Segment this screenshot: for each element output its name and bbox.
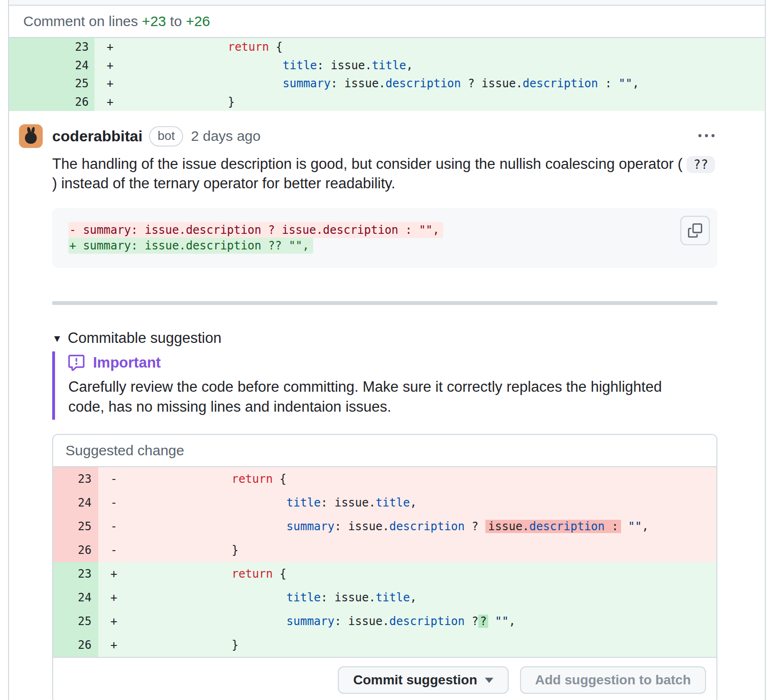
important-callout: Important Carefully review the code befo… bbox=[52, 351, 717, 420]
comment-header: coderabbitai bot 2 days ago bbox=[19, 124, 717, 148]
important-label: Important bbox=[93, 354, 161, 371]
add-suggestion-to-batch-label: Add suggestion to batch bbox=[535, 672, 691, 688]
code-line: return { bbox=[122, 472, 716, 486]
coderabbitai-rabbit-avatar[interactable] bbox=[19, 124, 43, 148]
important-text: Carefully review the code before committ… bbox=[68, 377, 699, 417]
commit-suggestion-button[interactable]: Commit suggestion bbox=[338, 666, 508, 694]
line-number: 26 bbox=[9, 93, 94, 111]
suggestion-snippet-codeblock: - summary: issue.description ? issue.des… bbox=[52, 208, 717, 268]
line-number: 23 bbox=[53, 562, 98, 586]
diff-row: 24 + title: issue.title, bbox=[9, 56, 765, 75]
diff-marker: + bbox=[102, 59, 118, 72]
copy-icon[interactable] bbox=[680, 216, 710, 245]
line-number: 23 bbox=[53, 467, 98, 491]
diff-row: 26 + } bbox=[9, 93, 765, 111]
comment-timestamp[interactable]: 2 days ago bbox=[191, 128, 260, 144]
suggested-change-additions: 23 + return { 24 + title: issue.title, bbox=[53, 562, 716, 657]
snippet-addition-line: + summary: issue.description ?? "", bbox=[68, 238, 701, 254]
diff-marker: - bbox=[106, 543, 122, 557]
code-line: return { bbox=[118, 40, 765, 54]
referenced-diff: 23 + return { 24 + title: issue.title, 2… bbox=[9, 38, 765, 111]
suggested-change-deletions: 23 - return { 24 - title: issue.title, bbox=[53, 467, 716, 562]
line-number: 24 bbox=[53, 491, 98, 515]
diff-row: 23 + return { bbox=[9, 38, 765, 56]
comment-paragraph: The handling of the issue description is… bbox=[52, 155, 717, 193]
commitable-suggestion-label: Commitable suggestion bbox=[68, 330, 222, 347]
dropdown-caret-icon bbox=[485, 678, 493, 683]
suggested-change-footer: Commit suggestion Add suggestion to batc… bbox=[53, 657, 716, 700]
suggested-change-title: Suggested change bbox=[53, 435, 716, 467]
diff-marker: - bbox=[106, 520, 122, 533]
diff-marker: + bbox=[106, 567, 122, 580]
code-line: } bbox=[122, 543, 716, 557]
comment-lines-connector: to bbox=[166, 13, 186, 29]
diff-row: 25 - summary: issue.description ? issue.… bbox=[53, 515, 716, 538]
code-line: return { bbox=[122, 567, 716, 580]
code-line: summary: issue.description ? issue.descr… bbox=[118, 77, 765, 90]
diff-marker: + bbox=[106, 638, 122, 652]
diff-row: 26 - } bbox=[53, 538, 716, 562]
line-number: 25 bbox=[53, 515, 98, 538]
suggested-change-box: Suggested change 23 - return { 24 - bbox=[52, 434, 717, 700]
diff-row: 25 + summary: issue.description ? issue.… bbox=[9, 74, 765, 93]
line-number: 24 bbox=[9, 56, 94, 75]
line-number: 26 bbox=[53, 633, 98, 657]
inline-code-nullish-operator: ?? bbox=[687, 156, 715, 173]
review-thread-container: Comment on lines +23 to +26 23 + return … bbox=[8, 0, 766, 700]
comment-lines-header: Comment on lines +23 to +26 bbox=[9, 6, 765, 38]
add-suggestion-to-batch-button[interactable]: Add suggestion to batch bbox=[520, 666, 706, 694]
diff-marker: + bbox=[102, 77, 118, 90]
code-line: title: issue.title, bbox=[122, 496, 716, 509]
bot-comment: coderabbitai bot 2 days ago The handling… bbox=[9, 111, 765, 700]
diff-row: 25 + summary: issue.description ?? "", bbox=[53, 609, 716, 633]
report-icon bbox=[68, 355, 84, 371]
chevron-down-icon: ▼ bbox=[52, 333, 62, 343]
diff-marker: + bbox=[102, 95, 118, 109]
comment-body: The handling of the issue description is… bbox=[52, 155, 717, 700]
line-number: 25 bbox=[9, 74, 94, 93]
paragraph-text-before: The handling of the issue description is… bbox=[52, 156, 687, 172]
rabbit-icon bbox=[20, 125, 42, 147]
comment-lines-prefix: Comment on lines bbox=[23, 13, 142, 29]
code-line: } bbox=[122, 638, 716, 652]
comment-author[interactable]: coderabbitai bbox=[52, 128, 142, 145]
diff-row: 24 + title: issue.title, bbox=[53, 586, 716, 609]
line-number: 24 bbox=[53, 586, 98, 609]
commit-suggestion-label: Commit suggestion bbox=[353, 672, 477, 688]
bot-badge: bot bbox=[149, 126, 183, 147]
line-number: 26 bbox=[53, 538, 98, 562]
commitable-suggestion-details: ▼ Commitable suggestion Important Carefu… bbox=[52, 330, 717, 700]
code-line: title: issue.title, bbox=[122, 591, 716, 604]
line-number: 23 bbox=[9, 38, 94, 56]
diff-marker: + bbox=[102, 40, 118, 54]
kebab-horizontal-icon[interactable] bbox=[696, 125, 717, 147]
line-ref-end: +26 bbox=[186, 13, 210, 29]
diff-marker: - bbox=[106, 472, 122, 486]
diff-row: 23 - return { bbox=[53, 467, 716, 491]
code-line: summary: issue.description ? issue.descr… bbox=[122, 520, 716, 533]
code-line: summary: issue.description ?? "", bbox=[122, 615, 716, 628]
paragraph-text-after: ) instead of the ternary operator for be… bbox=[52, 175, 395, 192]
code-line: } bbox=[118, 95, 765, 109]
file-header-remnant bbox=[9, 0, 765, 6]
diff-marker: - bbox=[106, 496, 122, 509]
line-number: 25 bbox=[53, 609, 98, 633]
code-line: title: issue.title, bbox=[118, 59, 765, 72]
diff-marker: + bbox=[106, 591, 122, 604]
section-divider bbox=[52, 301, 717, 305]
diff-row: 26 + } bbox=[53, 633, 716, 657]
snippet-deletion-line: - summary: issue.description ? issue.des… bbox=[68, 222, 701, 238]
diff-row: 24 - title: issue.title, bbox=[53, 491, 716, 515]
important-callout-title: Important bbox=[68, 352, 717, 377]
line-ref-start: +23 bbox=[142, 13, 166, 29]
diff-row: 23 + return { bbox=[53, 562, 716, 586]
commitable-suggestion-toggle[interactable]: ▼ Commitable suggestion bbox=[52, 330, 717, 347]
diff-marker: + bbox=[106, 615, 122, 628]
